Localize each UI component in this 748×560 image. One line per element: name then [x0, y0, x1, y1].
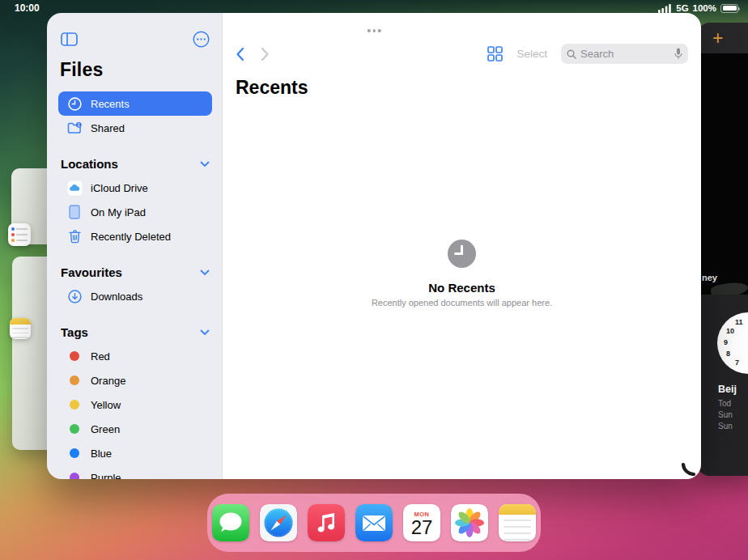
calendar-day: 27 — [411, 518, 433, 537]
battery-icon — [720, 4, 738, 13]
sidebar-item-label: On My iPad — [91, 206, 146, 218]
sidebar-item-tag-yellow[interactable]: Yellow — [58, 392, 212, 417]
sidebar-item-recents[interactable]: Recents — [58, 91, 212, 116]
content-toolbar: Select Search — [223, 13, 701, 64]
empty-clock-icon — [448, 240, 476, 268]
sidebar-item-tag-orange[interactable]: Orange — [58, 368, 212, 392]
sidebar-item-tag-red[interactable]: Red — [58, 344, 212, 368]
empty-state: No Recents Recently opened documents wil… — [223, 240, 701, 308]
trash-icon — [66, 230, 83, 244]
section-header-locations[interactable]: Locations — [61, 157, 210, 171]
icloud-drive-icon — [66, 180, 83, 196]
world-clock-panel: 11 10 9 8 7 Beij Tod Sun Sun — [696, 295, 748, 476]
city-label-sydney-partial: ney — [702, 273, 717, 282]
clock-number: 9 — [724, 338, 728, 346]
reminders-dot-red — [11, 233, 15, 236]
sidebar-title: Files — [60, 59, 212, 81]
sidebar-item-label: Purple — [91, 472, 121, 480]
mail-app-icon[interactable] — [355, 504, 393, 541]
chevron-down-icon[interactable] — [200, 329, 210, 336]
signal-icon — [658, 4, 672, 13]
music-app-icon[interactable] — [308, 504, 345, 541]
sidebar-item-downloads[interactable]: Downloads — [58, 284, 212, 308]
clock-detail-fragment: Sun — [718, 410, 733, 419]
chevron-down-icon[interactable] — [200, 161, 210, 168]
clock-app-header: + — [696, 23, 748, 53]
analog-clock-face: 11 10 9 8 7 — [717, 312, 748, 374]
select-button[interactable]: Select — [516, 48, 547, 60]
sidebar-item-label: iCloud Drive — [91, 182, 148, 194]
clock-number: 8 — [726, 350, 730, 358]
microphone-icon[interactable] — [674, 48, 682, 60]
shared-folder-icon — [66, 121, 83, 134]
more-options-icon[interactable] — [193, 31, 210, 48]
clock-detail-fragment: Sun — [718, 422, 733, 431]
toggle-sidebar-icon[interactable] — [61, 32, 78, 46]
tag-dot-yellow — [70, 400, 79, 409]
clock-number: 7 — [735, 358, 739, 367]
search-placeholder: Search — [580, 48, 670, 60]
ipad-icon — [66, 205, 83, 219]
clock-app-window[interactable]: + ney 11 10 9 8 7 Beij Tod Sun Sun — [696, 23, 748, 476]
world-map-panel: ney — [696, 53, 748, 295]
ipad-screen: 10:00 5G 100% + ney — [0, 0, 748, 560]
files-content-area: Select Search Rec — [223, 13, 701, 479]
status-network: 5G — [676, 3, 688, 13]
sidebar-item-label: Red — [91, 350, 110, 363]
reminders-dot-blue — [11, 227, 15, 231]
downloads-icon — [66, 290, 83, 303]
status-bar: 10:00 5G 100% — [0, 0, 748, 15]
empty-state-title: No Recents — [223, 281, 701, 295]
files-app-window: Files Recents — [47, 13, 701, 479]
files-sidebar: Files Recents — [47, 13, 223, 479]
sidebar-item-label: Downloads — [91, 291, 142, 303]
reminders-dot-orange — [11, 239, 15, 242]
empty-state-caption: Recently opened documents will appear he… — [223, 298, 701, 308]
clock-detail-fragment: Tod — [718, 399, 731, 408]
tag-dot-purple — [70, 473, 79, 479]
tag-dot-red — [70, 351, 79, 361]
sidebar-item-label: Recently Deleted — [91, 231, 171, 243]
page-title: Recents — [236, 77, 701, 99]
notes-app-icon-small[interactable] — [10, 318, 31, 339]
city-label-beijing-partial: Beij — [718, 384, 737, 395]
photos-app-icon[interactable] — [451, 504, 488, 541]
sidebar-item-icloud-drive[interactable]: iCloud Drive — [58, 176, 212, 200]
status-battery-percent: 100% — [693, 3, 716, 13]
sidebar-item-recently-deleted[interactable]: Recently Deleted — [58, 224, 212, 248]
tag-dot-orange — [70, 375, 79, 385]
chevron-down-icon[interactable] — [200, 269, 210, 276]
sidebar-item-label: Green — [91, 423, 120, 435]
sidebar-item-tag-purple[interactable]: Purple — [58, 465, 212, 479]
section-header-tags[interactable]: Tags — [61, 325, 210, 339]
window-drag-handle[interactable] — [368, 29, 381, 32]
back-button[interactable] — [236, 47, 244, 62]
reminders-app-icon[interactable] — [8, 223, 31, 246]
notes-app-icon[interactable] — [499, 504, 536, 541]
window-resize-handle[interactable] — [682, 461, 696, 476]
sidebar-item-tag-blue[interactable]: Blue — [58, 441, 212, 465]
add-city-button[interactable]: + — [712, 29, 723, 48]
tag-dot-blue — [70, 448, 79, 458]
sidebar-item-shared[interactable]: Shared — [58, 116, 212, 140]
search-input[interactable]: Search — [561, 44, 688, 64]
sidebar-item-label: Shared — [91, 122, 125, 134]
messages-app-icon[interactable] — [212, 504, 249, 541]
tag-dot-green — [70, 424, 79, 434]
sidebar-item-label: Orange — [91, 375, 125, 387]
clock-number: 10 — [726, 327, 734, 335]
sidebar-item-on-my-ipad[interactable]: On My iPad — [58, 200, 212, 224]
status-time: 10:00 — [15, 2, 40, 14]
calendar-app-icon[interactable]: MON 27 — [403, 504, 440, 541]
safari-app-icon[interactable] — [260, 504, 297, 541]
grid-view-icon[interactable] — [487, 46, 503, 62]
sidebar-item-label: Recents — [91, 98, 130, 110]
clock-number: 11 — [735, 318, 743, 326]
recents-clock-icon — [66, 97, 83, 111]
search-icon — [567, 49, 576, 59]
sidebar-item-label: Yellow — [91, 399, 121, 411]
section-header-favourites[interactable]: Favourites — [61, 265, 210, 279]
dock: MON 27 — [207, 494, 541, 552]
forward-button[interactable] — [261, 47, 270, 62]
sidebar-item-tag-green[interactable]: Green — [58, 417, 212, 441]
